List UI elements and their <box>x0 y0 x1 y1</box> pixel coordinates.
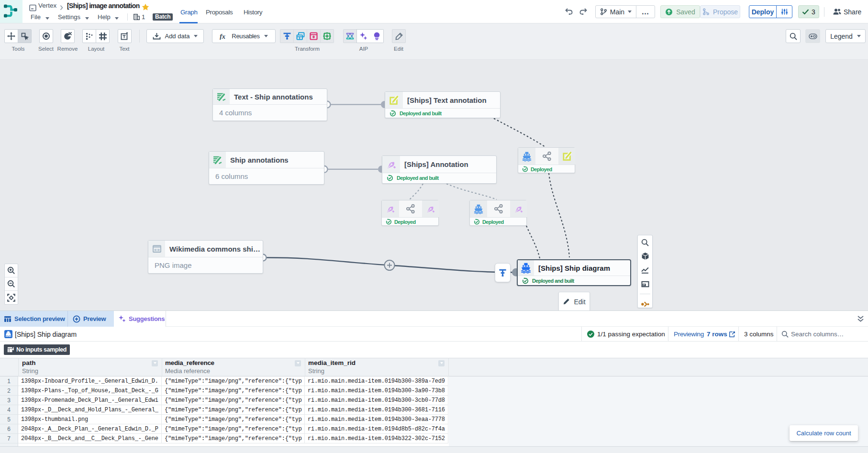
svg-text:fx: fx <box>220 33 225 40</box>
